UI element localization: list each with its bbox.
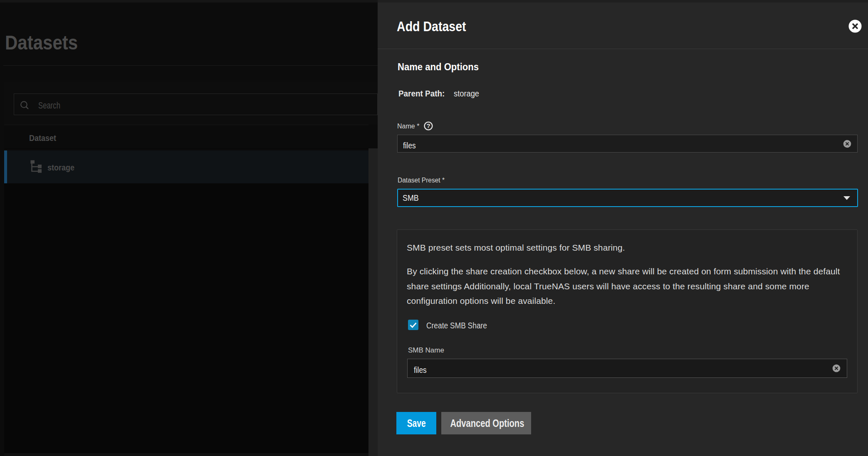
svg-text:?: ? — [426, 122, 430, 129]
